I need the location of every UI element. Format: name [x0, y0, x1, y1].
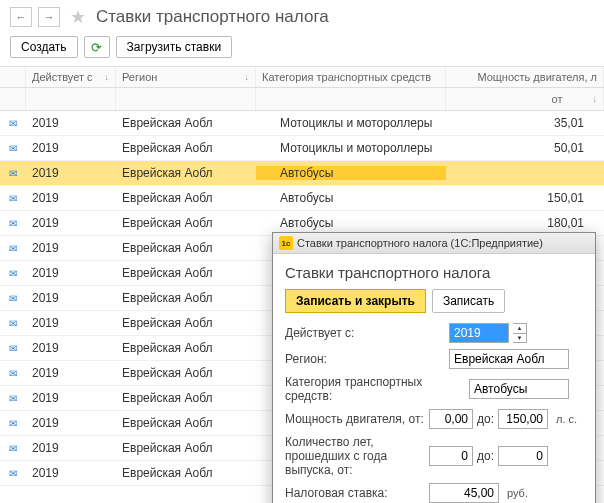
refresh-icon[interactable]: ⟳ — [84, 36, 110, 58]
row-icon: ✉ — [0, 118, 26, 129]
label-region: Регион: — [285, 352, 445, 366]
row-icon: ✉ — [0, 468, 26, 479]
table-row[interactable]: ✉2019Еврейская АоблАвтобусы — [0, 161, 604, 186]
row-icon: ✉ — [0, 318, 26, 329]
col-effective-from[interactable]: Действует с↓ — [26, 67, 116, 87]
cell-region: Еврейская Аобл — [116, 116, 256, 130]
row-icon: ✉ — [0, 143, 26, 154]
years-to-input[interactable] — [498, 446, 548, 466]
nav-back-button[interactable]: ← — [10, 7, 32, 27]
cell-year: 2019 — [26, 316, 116, 330]
years-from-input[interactable] — [429, 446, 473, 466]
unit-hp: л. с. — [556, 413, 577, 425]
save-close-button[interactable]: Записать и закрыть — [285, 289, 426, 313]
dialog-titlebar[interactable]: 1c Ставки транспортного налога (1С:Предп… — [273, 233, 595, 254]
table-row[interactable]: ✉2019Еврейская АоблМотоциклы и моторолле… — [0, 111, 604, 136]
dialog-window-title: Ставки транспортного налога (1С:Предприя… — [297, 237, 543, 249]
app-logo-icon: 1c — [279, 236, 293, 250]
row-icon: ✉ — [0, 293, 26, 304]
cell-year: 2019 — [26, 166, 116, 180]
unit-rub: руб. — [507, 487, 528, 499]
cell-power: 150,01 — [446, 191, 604, 205]
cell-region: Еврейская Аобл — [116, 291, 256, 305]
cell-year: 2019 — [26, 466, 116, 480]
favorite-star-icon[interactable]: ★ — [70, 6, 86, 28]
label-to: до: — [477, 412, 494, 426]
table-row[interactable]: ✉2019Еврейская АоблМотоциклы и моторолле… — [0, 136, 604, 161]
dialog-heading: Ставки транспортного налога — [285, 264, 583, 281]
col-region[interactable]: Регион↓ — [116, 67, 256, 87]
power-to-input[interactable] — [498, 409, 548, 429]
label-rate: Налоговая ставка: — [285, 486, 425, 500]
category-input[interactable] — [469, 379, 569, 399]
cell-year: 2019 — [26, 266, 116, 280]
cell-region: Еврейская Аобл — [116, 366, 256, 380]
row-icon: ✉ — [0, 443, 26, 454]
cell-region: Еврейская Аобл — [116, 316, 256, 330]
row-icon: ✉ — [0, 218, 26, 229]
col-power[interactable]: Мощность двигателя, л — [446, 67, 604, 87]
col-power-from[interactable]: от↓ — [446, 88, 604, 110]
cell-year: 2019 — [26, 341, 116, 355]
load-rates-button[interactable]: Загрузить ставки — [116, 36, 233, 58]
label-years: Количество лет, прошедших с года выпуска… — [285, 435, 425, 477]
cell-year: 2019 — [26, 291, 116, 305]
nav-forward-button[interactable]: → — [38, 7, 60, 27]
label-effective-from: Действует с: — [285, 326, 445, 340]
edit-dialog: 1c Ставки транспортного налога (1С:Предп… — [272, 232, 596, 503]
cell-year: 2019 — [26, 116, 116, 130]
year-spinner[interactable]: ▲▼ — [513, 323, 527, 343]
cell-power: 180,01 — [446, 216, 604, 230]
table-row[interactable]: ✉2019Еврейская АоблАвтобусы150,01 — [0, 186, 604, 211]
cell-region: Еврейская Аобл — [116, 141, 256, 155]
cell-region: Еврейская Аобл — [116, 166, 256, 180]
cell-category: Автобусы — [256, 191, 446, 205]
cell-year: 2019 — [26, 416, 116, 430]
region-input[interactable] — [449, 349, 569, 369]
cell-region: Еврейская Аобл — [116, 266, 256, 280]
col-category[interactable]: Категория транспортных средств — [256, 67, 446, 87]
effective-from-input[interactable] — [449, 323, 509, 343]
save-button[interactable]: Записать — [432, 289, 505, 313]
cell-region: Еврейская Аобл — [116, 191, 256, 205]
cell-year: 2019 — [26, 141, 116, 155]
cell-year: 2019 — [26, 216, 116, 230]
cell-region: Еврейская Аобл — [116, 216, 256, 230]
row-icon: ✉ — [0, 368, 26, 379]
create-button[interactable]: Создать — [10, 36, 78, 58]
cell-category: Мотоциклы и мотороллеры — [256, 116, 446, 130]
row-icon: ✉ — [0, 393, 26, 404]
cell-power: 50,01 — [446, 141, 604, 155]
row-icon: ✉ — [0, 168, 26, 179]
cell-year: 2019 — [26, 191, 116, 205]
cell-region: Еврейская Аобл — [116, 391, 256, 405]
cell-region: Еврейская Аобл — [116, 466, 256, 480]
cell-region: Еврейская Аобл — [116, 341, 256, 355]
cell-region: Еврейская Аобл — [116, 441, 256, 455]
cell-category: Мотоциклы и мотороллеры — [256, 141, 446, 155]
row-icon: ✉ — [0, 193, 26, 204]
row-icon: ✉ — [0, 343, 26, 354]
page-title: Ставки транспортного налога — [96, 7, 329, 27]
cell-category: Автобусы — [256, 216, 446, 230]
cell-region: Еврейская Аобл — [116, 416, 256, 430]
row-icon: ✉ — [0, 268, 26, 279]
cell-category: Автобусы — [256, 166, 446, 180]
row-icon: ✉ — [0, 418, 26, 429]
cell-year: 2019 — [26, 366, 116, 380]
table-header: Действует с↓ Регион↓ Категория транспорт… — [0, 67, 604, 88]
row-icon: ✉ — [0, 243, 26, 254]
cell-year: 2019 — [26, 241, 116, 255]
label-category: Категория транспортных средств: — [285, 375, 465, 403]
power-from-input[interactable] — [429, 409, 473, 429]
cell-year: 2019 — [26, 391, 116, 405]
rate-input[interactable] — [429, 483, 499, 503]
cell-power: 35,01 — [446, 116, 604, 130]
cell-region: Еврейская Аобл — [116, 241, 256, 255]
cell-year: 2019 — [26, 441, 116, 455]
label-to-2: до: — [477, 449, 494, 463]
label-power-from: Мощность двигателя, от: — [285, 412, 425, 426]
